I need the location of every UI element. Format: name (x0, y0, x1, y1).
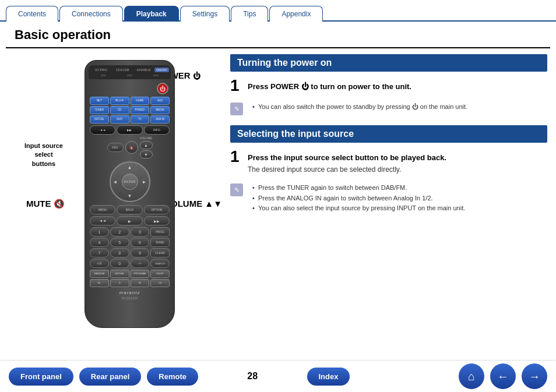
btn-search[interactable]: SEARCH (150, 259, 170, 268)
btn-blu-r[interactable]: BLU-R (110, 97, 129, 105)
power-button[interactable] (157, 83, 168, 94)
tab-connections[interactable]: Connections (59, 6, 123, 22)
remote-model: RC011CR (89, 296, 171, 300)
btn-minus[interactable]: –/– (131, 259, 150, 268)
bottom-function-buttons: RANDOM REPEAT PROGRAM SLEEP BL D M CS (89, 270, 171, 287)
input-source-label: Input source select buttons (23, 142, 64, 168)
home-button[interactable]: ⌂ (459, 363, 484, 389)
bullet-item-input-3: You can also select the input source by … (252, 203, 465, 214)
remote-button[interactable]: Remote (147, 368, 198, 386)
btn-info[interactable]: INFO (144, 125, 170, 135)
btn-f1[interactable]: ◄◄ (90, 125, 115, 135)
remote-control: ST.PRV CD/USB ENABLE ON/OFF □□□ □□□ □□□ (76, 60, 184, 328)
tab-tips[interactable]: Tips (231, 6, 268, 22)
enter-button[interactable]: ENTER (122, 174, 138, 190)
btn-menu[interactable]: MENU (90, 205, 115, 214)
btn-3[interactable]: 3 (131, 227, 150, 236)
btn-p2[interactable]: RAND (150, 238, 170, 247)
btn-1[interactable]: 1 (90, 227, 109, 236)
nav-outer-ring[interactable]: ▲ ▼ ◄ ► ENTER (110, 161, 150, 202)
power-symbol-icon: ⏻ (193, 72, 200, 80)
section-header-input: Selecting the input source (230, 125, 547, 143)
nav-down-arrow[interactable]: ▼ (128, 193, 132, 199)
rear-panel-button[interactable]: Rear panel (79, 368, 141, 386)
btn-next[interactable]: ▶▶ (144, 216, 170, 225)
tab-contents[interactable]: Contents (6, 6, 58, 22)
btn-phono[interactable]: PHONO (131, 106, 150, 114)
btn-m[interactable]: M (131, 279, 150, 287)
function-row-1: ◄◄ ▶▶ INFO (89, 125, 171, 135)
remote-brand: marantz (89, 290, 171, 295)
index-button[interactable]: Index (307, 368, 350, 386)
btn-p1[interactable]: PROG (150, 227, 170, 236)
note-icon-input: ✎ (230, 183, 243, 196)
btn-repeat[interactable]: REPEAT (110, 270, 129, 278)
btn-f2[interactable]: ▶▶ (117, 125, 142, 135)
btn-0[interactable]: 0 (110, 259, 129, 268)
bullet-item-input-2: Press the ANALOG IN again to switch betw… (252, 193, 465, 204)
bullet-list-input: Press the TUNER again to switch between … (252, 183, 465, 214)
btn-8[interactable]: 8 (110, 248, 129, 257)
display-badge: ON/OFF (154, 68, 169, 72)
mute-button[interactable]: 🔇 (125, 141, 138, 154)
btn-cs[interactable]: CS (150, 279, 170, 287)
tab-settings[interactable]: Settings (180, 6, 230, 22)
home-icon: ⌂ (468, 370, 475, 383)
section-header-power: Turning the power on (230, 54, 547, 72)
btn-prev[interactable]: ◄◄ (90, 216, 115, 225)
display-text-5: □□□ (117, 73, 143, 77)
page-title: Basic operation (6, 22, 550, 48)
btn-clear[interactable]: CLEAR (150, 248, 170, 257)
btn-option[interactable]: OPTION (144, 205, 170, 214)
btn-program[interactable]: PROGRAM (131, 270, 150, 278)
nav-left-arrow[interactable]: ◄ (113, 179, 118, 185)
step-input-1: 1 Press the input source select button t… (230, 149, 547, 175)
btn-tv[interactable]: TV (131, 115, 150, 123)
btn-cd[interactable]: CD (110, 106, 129, 114)
btn-6[interactable]: 6 (131, 238, 150, 247)
vol-label: VOLUME (140, 136, 153, 140)
tab-appendix[interactable]: Appendix (269, 6, 323, 22)
vol-down-button[interactable]: ▼ (140, 150, 153, 158)
btn-dvd[interactable]: DVD (110, 115, 129, 123)
btn-sleep[interactable]: SLEEP (150, 270, 170, 278)
btn-media[interactable]: MEDIA (150, 106, 170, 114)
btn-analog-in[interactable]: ANA IN (150, 115, 170, 123)
note-row-input: ✎ Press the TUNER again to switch betwee… (230, 181, 547, 216)
btn-d[interactable]: D (110, 279, 129, 287)
btn-9[interactable]: 9 (131, 248, 150, 257)
power-row (89, 82, 171, 96)
btn-2[interactable]: 2 (110, 227, 129, 236)
bullet-item-power-1: You can also switch the power to standby… (252, 102, 467, 112)
btn-bl[interactable]: BL (90, 279, 109, 287)
back-icon: ← (497, 370, 509, 383)
bullet-item-input-1: Press the TUNER again to switch between … (252, 183, 465, 193)
forward-button[interactable]: → (522, 363, 547, 389)
btn-back[interactable]: BACK (117, 205, 142, 214)
step-power-1: 1 Press POWER ⏻ to turn on power to the … (230, 77, 547, 94)
btn-play[interactable]: ▶ (117, 216, 142, 225)
btn-4[interactable]: 4 (90, 238, 109, 247)
step-num-1: 1 (230, 77, 242, 94)
btn-game[interactable]: GAME (131, 97, 150, 105)
front-panel-button[interactable]: Front panel (9, 368, 73, 386)
btn-tuner[interactable]: TUNER (90, 106, 109, 114)
btn-aux[interactable]: AUX (150, 97, 170, 105)
display-row-1: ST.PRV CD/USB ENABLE ON/OFF (90, 68, 169, 72)
btn-7[interactable]: 7 (90, 248, 109, 257)
btn-adv[interactable]: ADV (107, 143, 124, 152)
btn-5[interactable]: 5 (110, 238, 129, 247)
btn-random[interactable]: RANDOM (90, 270, 109, 278)
btn-satcbl[interactable]: SATCBL (90, 115, 109, 123)
btn-net[interactable]: NET (90, 97, 109, 105)
navigation-tabs: Contents Connections Playback Settings T… (0, 0, 556, 22)
nav-up-arrow[interactable]: ▲ (128, 165, 132, 170)
right-panel: Turning the power on 1 Press POWER ⏻ to … (219, 54, 547, 365)
nav-right-arrow[interactable]: ► (142, 179, 147, 185)
tab-playback[interactable]: Playback (124, 6, 179, 22)
back-button[interactable]: ← (490, 363, 516, 389)
step-text-1: Press POWER ⏻ to turn on power to the un… (248, 77, 411, 93)
display-row-2: □□□ □□□ □□□ (90, 73, 169, 77)
btn-plus10[interactable]: +10 (90, 259, 109, 268)
vol-up-button[interactable]: ▲ (140, 141, 153, 149)
